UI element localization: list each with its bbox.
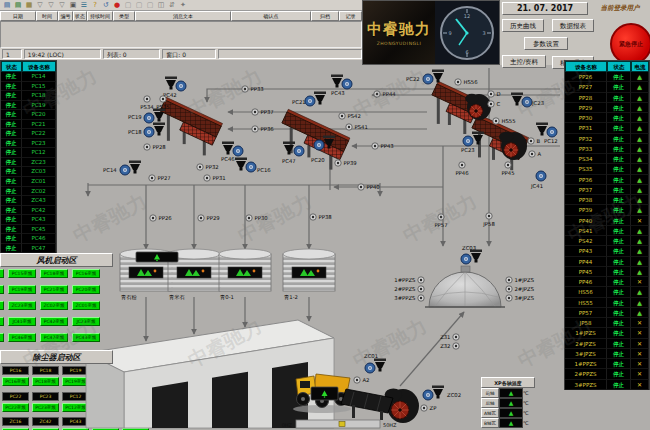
device-row[interactable]: 停止PC12 (1, 148, 56, 158)
device-row[interactable]: PP46停止✕ (565, 277, 649, 287)
filter3-icon[interactable]: ▽ (57, 1, 67, 10)
sensor-Z32[interactable] (453, 343, 459, 349)
device-row[interactable]: PP39停止▲ (565, 205, 649, 215)
sensor-JP58[interactable] (486, 213, 492, 219)
device-row[interactable]: 停止PC22 (1, 129, 56, 139)
fan-unit-JC41[interactable]: JC41 (530, 171, 546, 190)
stop-icon[interactable]: ● (112, 1, 122, 10)
device-row[interactable]: PP29停止▲ (565, 103, 649, 113)
sensor-PP45[interactable] (505, 162, 511, 168)
lock-icon[interactable]: ▢ (123, 1, 133, 10)
storage-silo[interactable]: 青0-1 (219, 249, 271, 300)
device-row[interactable]: PP27停止▲ (565, 82, 649, 92)
fan-unit-PC19[interactable]: PC19 (128, 109, 165, 124)
list-icon[interactable]: ☰ (79, 1, 89, 10)
device-row[interactable]: PP36停止▲ (565, 175, 649, 185)
sensor-PP28[interactable] (144, 144, 150, 150)
font-icon[interactable]: ✦ (178, 1, 188, 10)
device-row[interactable]: PP57停止▲ (565, 308, 649, 318)
message-list-icon[interactable]: ▤ (2, 1, 12, 10)
device-row[interactable]: 停止ZC02 (1, 187, 56, 197)
sensor-PP36[interactable] (252, 126, 258, 132)
sensor-PP32[interactable] (197, 164, 203, 170)
device-row[interactable]: PP45停止▲ (565, 267, 649, 277)
device-row[interactable]: 停止PC45 (1, 225, 56, 235)
sensor-ZP[interactable] (421, 405, 427, 411)
storage-silo[interactable]: 青1-2 (283, 249, 335, 300)
fan-unit-PC47[interactable]: PC47 (282, 142, 304, 165)
sensor-D[interactable] (488, 91, 494, 97)
crusher[interactable] (499, 132, 527, 160)
save-icon[interactable]: ▦ (24, 1, 34, 10)
emergency-stop-button[interactable]: 紧急停止 (610, 23, 650, 65)
ack-icon[interactable]: ▢ (134, 1, 144, 10)
sensor-PP46[interactable] (459, 162, 465, 168)
device-row[interactable]: PS41停止▲ (565, 226, 649, 236)
device-row[interactable]: 2#JPZS停止✕ (565, 339, 649, 349)
sensor-PP29[interactable] (198, 215, 204, 221)
device-row[interactable]: 停止PC23 (1, 139, 56, 149)
parameter-settings-button[interactable]: 参数设置 (524, 37, 568, 50)
device-row[interactable]: 停止PC14 (1, 72, 56, 82)
device-row[interactable]: JP58停止✕ (565, 318, 649, 328)
device-row[interactable]: PP40停止✕ (565, 216, 649, 226)
fan-unit-PC42[interactable]: PC42 (163, 77, 186, 99)
fan-unit-PC16[interactable]: PC16 (235, 158, 271, 174)
device-row[interactable]: 停止PC43 (1, 215, 56, 225)
fan-unit-PC21[interactable]: PC21 (292, 92, 326, 107)
device-row[interactable]: PP26停止▲ (565, 72, 649, 82)
device-row[interactable]: 3#JPZS停止✕ (565, 349, 649, 359)
device-row[interactable]: 停止ZC01 (1, 177, 56, 187)
device-row[interactable]: PP43停止▲ (565, 246, 649, 256)
device-row[interactable]: 2#PPZS停止✕ (565, 369, 649, 379)
sensor-PS42[interactable] (339, 113, 345, 119)
data-report-button[interactable]: 数据报表 (552, 19, 594, 32)
device-row[interactable]: PP38停止▲ (565, 195, 649, 205)
sensor-PP31[interactable] (204, 175, 210, 181)
alarm-message-list[interactable] (0, 21, 362, 48)
device-row[interactable]: PS35停止▲ (565, 164, 649, 174)
sensor-PP37[interactable] (252, 109, 258, 115)
device-row[interactable]: PP31停止▲ (565, 123, 649, 133)
device-row[interactable]: 1#PPZS停止✕ (565, 359, 649, 369)
device-row[interactable]: 停止PC15 (1, 82, 56, 92)
device-row[interactable]: PS34停止▲ (565, 154, 649, 164)
sensor-1#PPZS[interactable] (418, 277, 424, 283)
device-row[interactable]: 停止PC42 (1, 206, 56, 216)
sensor-PP30[interactable] (246, 215, 252, 221)
device-row[interactable]: 停止PC47 (1, 244, 56, 254)
sensor-PP57[interactable] (438, 214, 444, 220)
device-row[interactable]: 停止PC46 (1, 234, 56, 244)
refresh-icon[interactable]: ↺ (101, 1, 111, 10)
device-row[interactable]: 停止PC21 (1, 120, 56, 130)
sensor-A[interactable] (529, 151, 535, 157)
sensor-3#JPZS[interactable] (506, 295, 512, 301)
device-row[interactable]: PP44停止▲ (565, 257, 649, 267)
fan-unit-ZC01[interactable]: ZC01 (364, 353, 386, 373)
filter-icon[interactable]: ▽ (35, 1, 45, 10)
archive-list-icon[interactable]: ▤ (13, 1, 23, 10)
device-row[interactable]: 停止PC19 (1, 101, 56, 111)
fan-unit-PC22[interactable]: PC22 (406, 70, 444, 85)
fan-unit-PC43[interactable]: PC43 (331, 75, 352, 97)
sensor-HS55[interactable] (493, 118, 499, 124)
print-icon[interactable]: ▣ (68, 1, 78, 10)
ack-all-icon[interactable]: ▢ (145, 1, 155, 10)
device-row[interactable]: PP32停止▲ (565, 134, 649, 144)
sensor-PP27[interactable] (149, 175, 155, 181)
device-row[interactable]: 停止ZC23 (1, 158, 56, 168)
sensor-HS56[interactable] (455, 79, 461, 85)
device-row[interactable]: HS56停止▲ (565, 287, 649, 297)
fan-unit-ZC02[interactable]: ZC02 (423, 386, 461, 401)
device-row[interactable]: 1#JPZS停止✕ (565, 328, 649, 338)
sensor-C[interactable] (488, 101, 494, 107)
history-curve-button[interactable]: 历史曲线 (502, 19, 544, 32)
sensor-PP43[interactable] (372, 143, 378, 149)
sort-icon[interactable]: ⇵ (167, 1, 177, 10)
device-row[interactable]: 停止ZC03 (1, 167, 56, 177)
sensor-A2[interactable] (354, 377, 360, 383)
device-row[interactable]: 停止PC18 (1, 91, 56, 101)
fan-unit-PC18[interactable]: PC18 (128, 123, 165, 138)
sensor-PP38[interactable] (310, 214, 316, 220)
sensor-PP39[interactable] (335, 160, 341, 166)
